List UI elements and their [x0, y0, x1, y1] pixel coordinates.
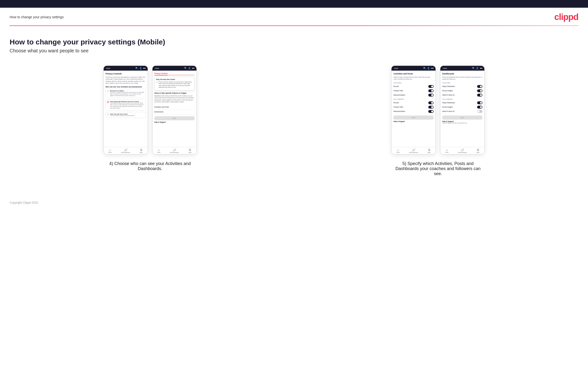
drills-followers-toggle[interactable]	[428, 106, 434, 108]
menu-dashboards[interactable]: Dashboards ›	[154, 109, 195, 114]
coaches-label-4: COACHES	[442, 82, 482, 83]
rounds-followers-toggle[interactable]	[428, 101, 434, 104]
tab-performance-4[interactable]: 📈 My Performance	[458, 149, 467, 153]
radio-followers[interactable]: Only Approved Followers and Your Coach O…	[106, 100, 146, 110]
search-icon-3[interactable]: 🔍	[423, 67, 426, 69]
followers-label-4: FOLLOWERS	[442, 99, 482, 100]
insights-followers-toggle[interactable]	[477, 106, 482, 108]
toggle-workon-followers: What To Work On	[442, 109, 482, 114]
tab-menu-1[interactable]: ☰ Menu	[140, 149, 143, 153]
activities-chevron: ›	[194, 106, 195, 108]
search-icon-1[interactable]: 🔍	[135, 67, 138, 69]
toggle-drills-coaches: Practice Drills	[393, 89, 434, 93]
person-icon-1[interactable]: 👤	[139, 67, 142, 69]
drills-followers-label: Practice Drills	[393, 106, 403, 108]
toggle-drills-followers: Practice Drills	[393, 105, 434, 109]
save-button-2[interactable]: Save	[154, 116, 195, 120]
radio-circle-coach	[107, 114, 109, 116]
popup-radio	[156, 81, 158, 83]
player-followers-toggle[interactable]	[477, 101, 482, 104]
phone-tabbar-2: ⌂ Home 📈 My Performance ☰ Menu	[153, 147, 197, 154]
tab-home-4[interactable]: ⌂ Home	[445, 149, 448, 153]
phone-tabbar-3: ⌂ Home 📈 My Performance ☰ Menu	[391, 147, 435, 154]
menu-label-1: Menu	[140, 152, 143, 153]
radio-everyone[interactable]: Everyone on Clippd Everyone on Clippd ca…	[106, 89, 146, 98]
person-icon-2[interactable]: 👤	[188, 67, 191, 69]
phone-content-3: Activities and Posts Select the types of…	[391, 71, 435, 147]
workon-followers-toggle[interactable]	[477, 110, 482, 113]
footer: Copyright Clippd 2022	[0, 195, 588, 209]
home-label-1: Home	[108, 151, 112, 153]
dashboards-body: Select the dashboards that you'd like to…	[442, 76, 482, 80]
toggle-workon-coaches: What To Work On	[442, 93, 482, 97]
manual-coaches-toggle[interactable]	[428, 94, 434, 97]
perf-icon-3: 📈	[412, 149, 415, 151]
menu-activities[interactable]: Activities and Posts ›	[154, 105, 195, 109]
workon-coaches-toggle[interactable]	[477, 94, 482, 97]
activities-title: Activities and Posts	[393, 73, 434, 75]
phone-tabbar-1: ⌂ Home 📈 My Performance ☰ Menu	[104, 147, 148, 154]
player-coaches-toggle[interactable]	[477, 85, 482, 88]
back-button-2[interactable]: ‹ Back	[154, 67, 159, 69]
menu-label-4: Menu	[477, 152, 480, 153]
save-button-4[interactable]: Save	[442, 116, 482, 120]
screens-pair-2: ‹ Back 🔍 👤 ●● Activities and Posts Selec…	[391, 66, 484, 154]
tab-performance-3[interactable]: 📈 My Performance	[409, 149, 418, 153]
insights-coaches-toggle[interactable]	[477, 89, 482, 92]
tab-home-3[interactable]: ⌂ Home	[396, 149, 399, 153]
person-icon-3[interactable]: 👤	[427, 67, 430, 69]
perf-label-3: My Performance	[409, 152, 418, 153]
perf-icon-1: 📈	[124, 149, 128, 151]
manual-followers-label: Manual Activities	[393, 110, 405, 112]
manual-followers-toggle[interactable]	[428, 110, 434, 113]
dashboards-title: Dashboards	[442, 73, 482, 75]
tab-home-1[interactable]: ⌂ Home	[108, 149, 112, 153]
privacy-controls-title-1: Privacy Controls	[106, 73, 146, 75]
drills-coaches-toggle[interactable]	[428, 89, 434, 92]
back-button-3[interactable]: ‹ Back	[393, 67, 398, 69]
toggle-insights-coaches: Round Insights	[442, 89, 482, 93]
tab-menu-4[interactable]: ☰ Menu	[477, 149, 480, 153]
main-content: How to change your privacy settings (Mob…	[0, 26, 588, 186]
toggle-rounds-followers: Rounds	[393, 101, 434, 105]
back-button-1[interactable]: ‹ Back	[106, 67, 110, 69]
tab-menu-2[interactable]: ☰ Menu	[189, 149, 192, 153]
insights-followers-label: Round Insights	[442, 106, 453, 108]
tab-menu-3[interactable]: ☰ Menu	[428, 149, 431, 153]
copyright: Copyright Clippd 2022	[10, 201, 38, 204]
search-icon-2[interactable]: 🔍	[184, 67, 187, 69]
caption-1: 4) Choose who can see your Activities an…	[104, 161, 196, 171]
radio-circle-followers	[107, 101, 109, 103]
more-icon-4[interactable]: ●●	[480, 67, 482, 69]
back-button-4[interactable]: ‹ Back	[442, 67, 447, 69]
phone-screen-4: ‹ Back 🔍 👤 ●● Dashboards Select the dash…	[440, 66, 484, 154]
search-icon-4[interactable]: 🔍	[472, 67, 475, 69]
topbar-icons-2: 🔍 👤 ●●	[184, 67, 195, 69]
radio-coach-only[interactable]: Only You and Your Coach Only you and the…	[106, 112, 146, 118]
person-icon-4[interactable]: 👤	[476, 67, 479, 69]
page-subtitle: Choose what you want people to see	[10, 48, 578, 54]
toggle-player-followers: Player Dashboard	[442, 101, 482, 105]
followers-label-3: FOLLOWERS	[393, 99, 434, 100]
activities-label: Activities and Posts	[154, 106, 169, 108]
more-icon-1[interactable]: ●●	[143, 67, 146, 69]
save-button-3[interactable]: Save	[393, 116, 434, 120]
screens-row: ‹ Back 🔍 👤 ●● Privacy Controls Control h…	[10, 66, 578, 176]
more-icon-2[interactable]: ●●	[192, 67, 195, 69]
show-hide-body: Regardless of the privacy controls that …	[154, 95, 195, 103]
menu-icon-3: ☰	[428, 149, 431, 151]
more-icon-3[interactable]: ●●	[431, 67, 434, 69]
show-hide-heading: Show or hide specific features in Clippd	[154, 92, 195, 94]
help-support-text-4: Visit our Clippd community to troublesho…	[442, 122, 482, 124]
tab-performance-2[interactable]: 📈 My Performance	[170, 149, 179, 153]
player-followers-label: Player Dashboard	[442, 102, 455, 103]
dashboards-label: Dashboards	[154, 111, 164, 113]
workon-coaches-label: What To Work On	[442, 94, 455, 96]
insights-coaches-label: Round Insights	[442, 90, 453, 92]
screens-pair-1: ‹ Back 🔍 👤 ●● Privacy Controls Control h…	[104, 66, 197, 154]
tab-performance-1[interactable]: 📈 My Performance	[121, 149, 130, 153]
rounds-coaches-toggle[interactable]	[428, 85, 434, 88]
phone-topbar-2: ‹ Back 🔍 👤 ●●	[153, 66, 197, 71]
tab-home-2[interactable]: ⌂ Home	[157, 149, 160, 153]
radio-desc-everyone: Everyone on Clippd can search for you an…	[110, 92, 144, 97]
